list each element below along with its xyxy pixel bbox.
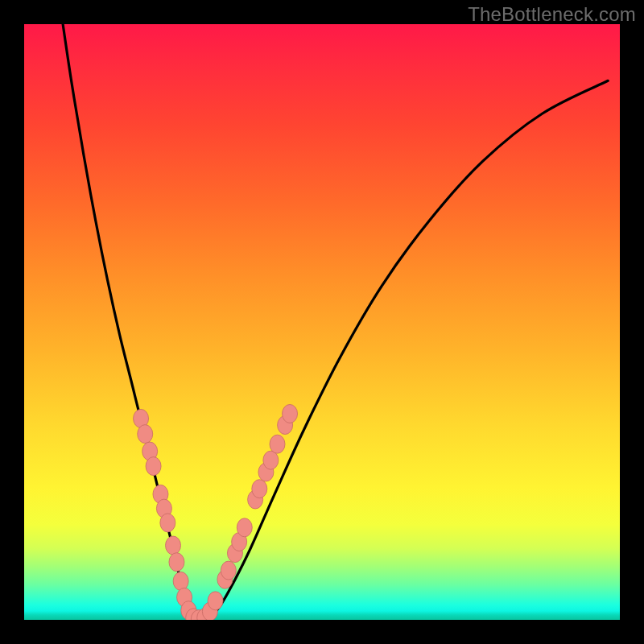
curve-marker [166,536,181,555]
curve-marker [169,553,184,572]
curve-marker [237,518,252,537]
curve-marker [252,480,267,498]
curve-marker [138,425,153,444]
curve-marker [263,451,279,469]
curve-markers [134,404,298,628]
curve-marker [270,435,285,453]
chart-frame: TheBottleneck.com [0,0,644,644]
curve-marker [283,404,298,423]
watermark-text: TheBottleneck.com [468,3,636,26]
curve-marker [146,457,161,476]
curve-marker [221,561,236,580]
curve-marker [208,592,223,610]
curve-marker [173,572,188,590]
bottleneck-curve [63,24,608,620]
chart-overlay [0,0,644,644]
curve-marker [160,514,175,532]
